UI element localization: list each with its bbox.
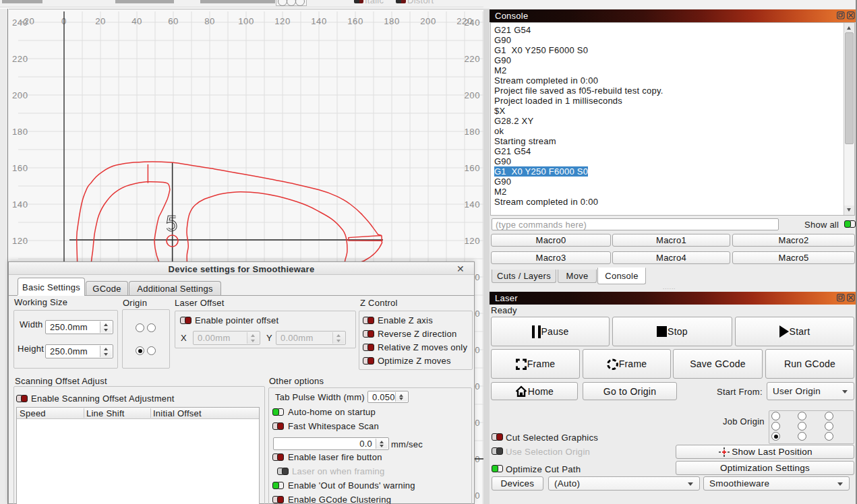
svg-text:200: 200 [12,90,28,100]
svg-text:180: 180 [384,16,400,26]
svg-text:200: 200 [464,90,480,100]
svg-text:140: 140 [12,199,28,210]
svg-text:180: 180 [464,127,480,137]
svg-text:220: 220 [12,54,28,64]
svg-text:240: 240 [464,18,480,28]
svg-text:200: 200 [420,16,436,26]
svg-text:40: 40 [131,16,142,26]
svg-text:160: 160 [12,163,28,173]
svg-text:120: 120 [12,236,28,246]
svg-text:60: 60 [168,16,179,26]
svg-text:140: 140 [311,16,327,26]
svg-text:120: 120 [464,236,480,246]
svg-text:20: 20 [95,16,106,26]
svg-text:160: 160 [464,163,480,173]
svg-text:120: 120 [274,16,291,26]
svg-text:180: 180 [12,127,28,137]
svg-text:100: 100 [238,16,254,26]
svg-text:80: 80 [204,16,215,26]
svg-text:240: 240 [12,18,28,28]
svg-text:140: 140 [464,199,480,210]
svg-text:220: 220 [464,54,480,64]
svg-text:160: 160 [347,16,363,26]
